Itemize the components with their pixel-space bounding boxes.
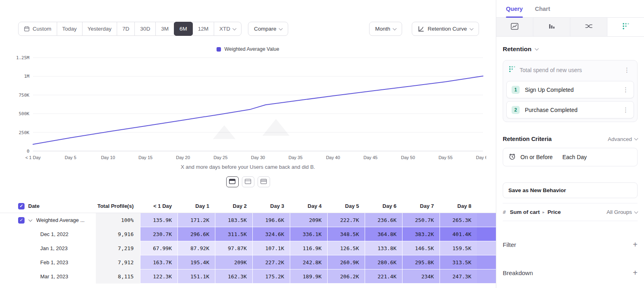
compare-button[interactable]: Compare xyxy=(248,22,289,36)
column-header-day-3[interactable]: Day 3 xyxy=(252,199,290,213)
date-column-header[interactable]: ✓ Date xyxy=(0,199,96,213)
retention-cell[interactable]: 383.2K xyxy=(402,227,440,241)
retention-cell[interactable]: 133.8K xyxy=(365,241,402,255)
measure-row[interactable]: # Sum of cart ▸ Price All Groups xyxy=(503,203,638,221)
retention-cell[interactable]: 196.6K xyxy=(252,213,290,227)
retention-cell[interactable]: 209K xyxy=(215,255,252,269)
retention-cell[interactable]: 195.4K xyxy=(178,255,215,269)
table-layout-combined-button[interactable] xyxy=(226,176,239,187)
retention-cell[interactable]: 222.7K xyxy=(327,213,365,227)
retention-cell[interactable]: 265.3K xyxy=(440,213,477,227)
table-layout-table-button[interactable] xyxy=(258,176,270,187)
column-header-day-2[interactable]: Day 2 xyxy=(215,199,252,213)
range-button-12m[interactable]: 12M xyxy=(192,22,214,36)
column-header-day-1[interactable]: Day 1 xyxy=(178,199,215,213)
retention-cell[interactable]: 296.6K xyxy=(178,227,215,241)
add-filter-button[interactable]: + xyxy=(633,240,638,249)
range-button-3m[interactable]: 3M xyxy=(155,22,174,36)
retention-cell[interactable]: 250.7K xyxy=(402,213,440,227)
column-header--1-day[interactable]: < 1 Day xyxy=(140,199,178,213)
groups-dropdown[interactable]: All Groups xyxy=(607,209,638,215)
retention-cell[interactable]: 87.92K xyxy=(178,241,215,255)
retention-cell[interactable]: 162.3K xyxy=(215,269,252,284)
retention-cell[interactable]: 313.5K xyxy=(440,255,477,269)
retention-cell[interactable]: 116.9K xyxy=(290,241,327,255)
retention-cell[interactable]: 227.2K xyxy=(252,255,290,269)
retention-report-button[interactable] xyxy=(607,18,644,36)
behavior-step-1[interactable]: 1 Sign Up Completed ⋮ xyxy=(506,81,634,98)
table-row[interactable]: Dec 1, 20229,916230.7K296.6K311.5K324.6K… xyxy=(0,227,496,241)
retention-cell[interactable]: 236.6K xyxy=(365,213,402,227)
table-row[interactable]: Feb 1, 20237,912163.7K195.4K209K227.2K24… xyxy=(0,255,496,269)
granularity-dropdown[interactable]: Month xyxy=(369,22,402,36)
retention-cell[interactable]: 146.5K xyxy=(402,241,440,255)
tab-query[interactable]: Query xyxy=(506,6,523,17)
retention-cell[interactable]: 247.3K xyxy=(440,269,477,284)
retention-cell[interactable]: 107.1K xyxy=(252,241,290,255)
retention-cell[interactable]: 230.7K xyxy=(140,227,178,241)
retention-cell[interactable]: 311.5K xyxy=(215,227,252,241)
column-header-day-5[interactable]: Day 5 xyxy=(327,199,365,213)
range-button-6m[interactable]: 6M xyxy=(174,22,193,36)
funnels-report-button[interactable] xyxy=(533,18,570,36)
table-row[interactable]: Jan 1, 20237,21967.99K87.92K97.87K107.1K… xyxy=(0,241,496,255)
column-header-day-8[interactable]: Day 8 xyxy=(440,199,477,213)
retention-cell[interactable]: 171.2K xyxy=(178,213,215,227)
retention-cell[interactable]: 336.1K xyxy=(290,227,327,241)
retention-cell[interactable]: 206.2K xyxy=(327,269,365,284)
retention-cell[interactable]: 401.4K xyxy=(440,227,477,241)
retention-cell[interactable]: 159.5K xyxy=(440,241,477,255)
retention-cell[interactable]: 67.99K xyxy=(140,241,178,255)
kebab-menu-icon[interactable]: ⋮ xyxy=(621,107,630,113)
tab-chart[interactable]: Chart xyxy=(535,6,550,17)
retention-cell[interactable]: 122.3K xyxy=(140,269,178,284)
criteria-condition[interactable]: On or Before xyxy=(520,154,553,160)
retention-cell[interactable]: 209K xyxy=(290,213,327,227)
retention-cell[interactable]: 348.5K xyxy=(327,227,365,241)
range-button-xtd[interactable]: XTD xyxy=(214,22,242,36)
chart-type-dropdown[interactable]: Retention Curve xyxy=(412,22,479,36)
kebab-menu-icon[interactable]: ⋮ xyxy=(621,87,630,93)
column-header-day-6[interactable]: Day 6 xyxy=(365,199,402,213)
range-button-custom[interactable]: Custom xyxy=(18,22,57,36)
advanced-dropdown[interactable]: Advanced xyxy=(608,136,638,142)
behavior-step-2[interactable]: 2 Purchase Completed ⋮ xyxy=(506,101,634,118)
column-header-day-4[interactable]: Day 4 xyxy=(290,199,327,213)
retention-cell[interactable]: 295.8K xyxy=(402,255,440,269)
retention-cell[interactable]: 163.7K xyxy=(140,255,178,269)
retention-cell[interactable]: 280.6K xyxy=(365,255,402,269)
retention-cell[interactable]: 221.4K xyxy=(365,269,402,284)
retention-cell[interactable]: 242.8K xyxy=(290,255,327,269)
retention-cell[interactable]: 189.9K xyxy=(290,269,327,284)
range-button-7d[interactable]: 7D xyxy=(117,22,135,36)
criteria-frequency[interactable]: Each Day xyxy=(562,154,587,160)
retention-cell[interactable]: 135.9K xyxy=(140,213,178,227)
add-breakdown-button[interactable]: + xyxy=(633,269,638,277)
retention-cell[interactable]: 151.1K xyxy=(178,269,215,284)
retention-cell[interactable]: 175.2K xyxy=(252,269,290,284)
retention-cell[interactable]: 260.9K xyxy=(327,255,365,269)
save-behavior-button[interactable]: Save as New Behavior xyxy=(503,182,638,198)
range-button-today[interactable]: Today xyxy=(57,22,83,36)
retention-cell[interactable]: 234K xyxy=(402,269,440,284)
insights-report-button[interactable] xyxy=(496,18,533,36)
column-header-day-7[interactable]: Day 7 xyxy=(402,199,440,213)
select-all-checkbox[interactable]: ✓ xyxy=(18,203,25,209)
retention-section-dropdown[interactable]: Retention xyxy=(503,46,638,53)
retention-cell[interactable]: 364.8K xyxy=(365,227,402,241)
column-header-total-profile-s-[interactable]: Total Profile(s) xyxy=(96,199,140,213)
table-row[interactable]: ✓Weighted Average ...100%135.9K171.2K183… xyxy=(0,213,496,227)
row-checkbox[interactable]: ✓ xyxy=(18,217,25,224)
criteria-row[interactable]: On or Before Each Day xyxy=(503,148,638,166)
retention-cell[interactable]: 324.6K xyxy=(252,227,290,241)
range-button-30d[interactable]: 30D xyxy=(134,22,156,36)
retention-cell[interactable]: 183.5K xyxy=(215,213,252,227)
chevron-down-icon[interactable] xyxy=(29,218,33,222)
retention-cell[interactable]: 126.5K xyxy=(327,241,365,255)
retention-cell[interactable]: 97.87K xyxy=(215,241,252,255)
flows-report-button[interactable] xyxy=(570,18,607,36)
retention-chart-svg[interactable]: 0250K500K750K1M1.25M< 1 DayDay 5Day 10Da… xyxy=(10,54,486,163)
range-button-yesterday[interactable]: Yesterday xyxy=(82,22,118,36)
table-layout-chart-button[interactable] xyxy=(242,176,254,187)
kebab-menu-icon[interactable]: ⋮ xyxy=(622,67,632,73)
